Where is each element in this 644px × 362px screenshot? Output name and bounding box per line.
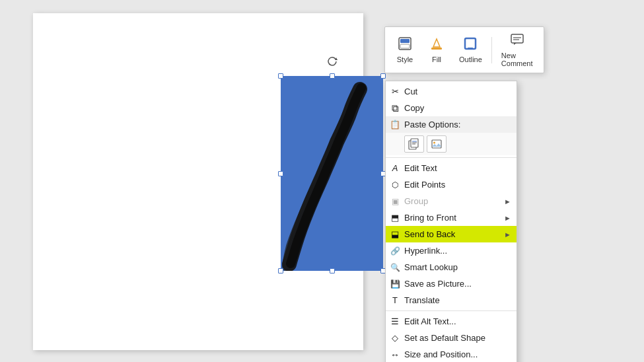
style-icon <box>398 36 412 54</box>
menu-smart-lookup-label: Smart Lookup <box>404 262 458 272</box>
outline-icon <box>463 36 478 54</box>
menu-item-bring-to-front[interactable]: Bring to Front ► <box>386 209 517 226</box>
menu-item-copy[interactable]: Copy <box>386 100 517 116</box>
handle-bottom-left[interactable] <box>278 268 283 273</box>
default-icon <box>390 333 400 344</box>
menu-item-edit-text[interactable]: Edit Text <box>386 160 517 176</box>
menu-item-save-as-picture[interactable]: Save as Picture... <box>386 275 517 292</box>
menu-item-send-to-back[interactable]: Send to Back ► <box>386 226 517 242</box>
toolbar-divider <box>491 37 492 63</box>
menu-edit-text-label: Edit Text <box>404 163 437 173</box>
menu-item-translate[interactable]: Translate <box>386 292 517 308</box>
handle-bottom-middle[interactable] <box>330 268 335 273</box>
size-icon <box>390 349 400 360</box>
comment-icon <box>510 32 524 50</box>
separator-2 <box>386 310 517 311</box>
svg-rect-5 <box>465 38 476 49</box>
paste-icons-row <box>386 133 517 155</box>
paste-keep-source-btn[interactable] <box>404 135 424 153</box>
toolbar-outline-button[interactable]: Outline <box>454 34 487 66</box>
front-icon <box>390 213 400 223</box>
menu-edit-alt-text-label: Edit Alt Text... <box>404 316 456 326</box>
menu-item-cut[interactable]: Cut <box>386 83 517 100</box>
svg-point-16 <box>433 142 435 144</box>
menu-item-set-default-shape[interactable]: Set as Default Shape <box>386 330 517 346</box>
toolbar-fill-label: Fill <box>432 55 441 63</box>
group-arrow-icon: ► <box>504 198 511 205</box>
svg-rect-7 <box>511 34 523 43</box>
toolbar-style-label: Style <box>397 55 413 63</box>
menu-copy-label: Copy <box>404 103 424 113</box>
menu-send-to-back-label: Send to Back <box>404 229 455 239</box>
context-menu: Cut Copy Paste Options: <box>385 81 517 362</box>
send-to-back-arrow-icon: ► <box>504 231 511 238</box>
separator-1 <box>386 157 517 158</box>
menu-set-default-shape-label: Set as Default Shape <box>404 333 485 343</box>
svg-rect-3 <box>400 44 410 48</box>
paste-icon <box>390 120 400 130</box>
toolbar-outline-label: Outline <box>459 55 482 63</box>
menu-size-position-label: Size and Position... <box>404 349 478 359</box>
menu-item-group[interactable]: Group ► <box>386 193 517 209</box>
menu-hyperlink-label: Hyperlink... <box>404 246 447 256</box>
fill-icon <box>429 36 444 54</box>
text-icon <box>390 163 400 174</box>
group-icon <box>390 196 400 207</box>
toolbar-popup: Style Fill Outline NewC <box>384 26 544 73</box>
paste-picture-btn[interactable] <box>427 135 447 153</box>
search-icon <box>390 262 400 273</box>
menu-bring-to-front-label: Bring to Front <box>404 213 456 223</box>
menu-translate-label: Translate <box>404 295 440 305</box>
menu-item-edit-alt-text[interactable]: Edit Alt Text... <box>386 313 517 330</box>
menu-item-size-position[interactable]: Size and Position... <box>386 346 517 362</box>
svg-rect-6 <box>468 48 473 50</box>
menu-item-smart-lookup[interactable]: Smart Lookup <box>386 259 517 275</box>
handle-top-left[interactable] <box>278 73 283 79</box>
handle-middle-left[interactable] <box>278 171 283 176</box>
handle-top-middle[interactable] <box>330 73 335 79</box>
toolbar-new-comment-button[interactable]: NewComment <box>496 30 538 70</box>
back-icon <box>390 229 400 240</box>
menu-item-edit-points[interactable]: Edit Points <box>386 176 517 193</box>
svg-rect-4 <box>431 48 442 50</box>
svg-rect-2 <box>400 39 410 43</box>
bring-to-front-arrow-icon: ► <box>504 214 511 222</box>
menu-save-as-picture-label: Save as Picture... <box>404 279 472 289</box>
canvas-area <box>0 0 644 362</box>
translate-icon <box>390 295 400 306</box>
copy-icon <box>390 103 400 114</box>
save-icon <box>390 279 400 289</box>
points-icon <box>390 180 400 190</box>
paste-options-header: Paste Options: <box>386 116 517 133</box>
scissors-icon <box>390 87 400 97</box>
shape-container[interactable] <box>281 76 383 271</box>
link-icon <box>390 246 400 256</box>
menu-edit-points-label: Edit Points <box>404 180 445 190</box>
menu-group-label: Group <box>404 196 428 206</box>
toolbar-new-comment-label: NewComment <box>501 52 533 67</box>
menu-item-hyperlink[interactable]: Hyperlink... <box>386 242 517 259</box>
svg-rect-15 <box>432 140 441 148</box>
brush-stroke <box>281 76 383 271</box>
handle-top-right[interactable] <box>380 73 386 79</box>
alt-icon <box>390 316 400 327</box>
blue-rectangle <box>281 76 383 271</box>
menu-cut-label: Cut <box>404 87 417 96</box>
rotate-handle[interactable] <box>327 56 338 67</box>
toolbar-style-button[interactable]: Style <box>390 34 419 66</box>
toolbar-fill-button[interactable]: Fill <box>422 34 451 66</box>
paste-options-label: Paste Options: <box>404 120 460 129</box>
